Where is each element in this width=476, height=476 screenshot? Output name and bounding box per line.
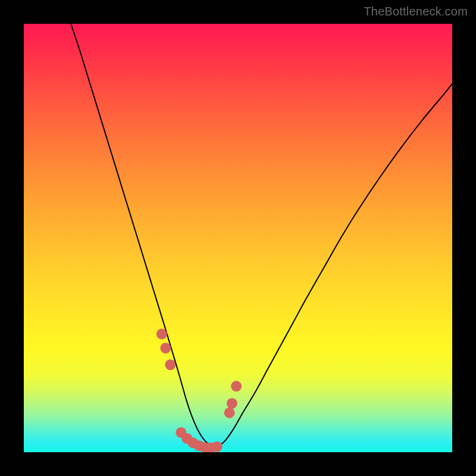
chart-marker: [165, 359, 176, 370]
chart-marker: [156, 328, 167, 339]
chart-marker: [231, 381, 242, 392]
chart-marker: [224, 408, 235, 418]
watermark: TheBottleneck.com: [364, 5, 468, 18]
chart-container: [24, 24, 452, 452]
chart-marker: [212, 441, 223, 452]
chart-markers: [156, 328, 242, 452]
chart-marker: [160, 343, 171, 353]
chart-marker: [227, 398, 237, 409]
bottleneck-curve: [71, 24, 452, 447]
chart-plot: [24, 24, 452, 452]
